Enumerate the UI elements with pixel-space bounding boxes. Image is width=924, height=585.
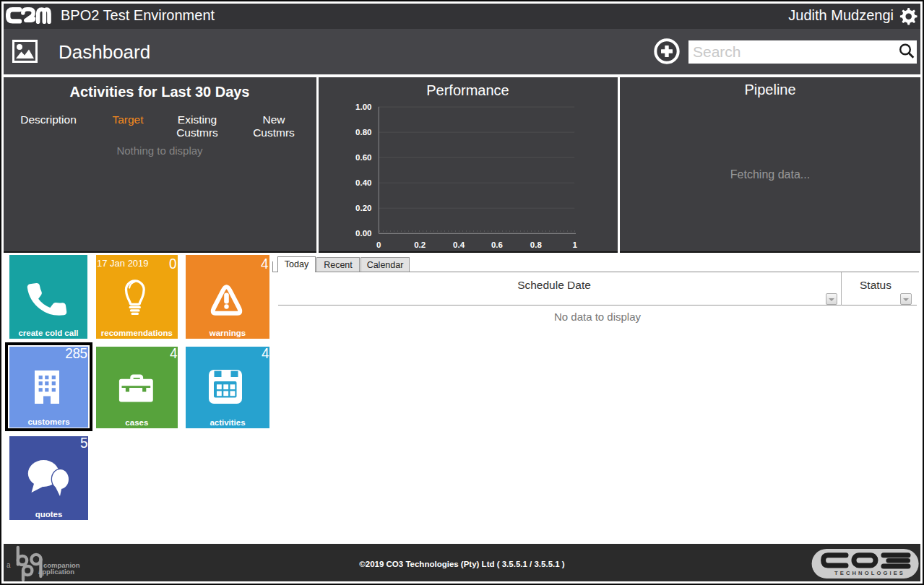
svg-text:0.8: 0.8 bbox=[530, 240, 542, 249]
svg-text:0.2: 0.2 bbox=[414, 240, 426, 249]
svg-text:0.00: 0.00 bbox=[355, 229, 371, 238]
svg-text:0.40: 0.40 bbox=[355, 178, 371, 187]
svg-text:0.6: 0.6 bbox=[491, 240, 502, 249]
svg-text:0: 0 bbox=[376, 240, 381, 249]
svg-text:0.4: 0.4 bbox=[453, 240, 465, 249]
svg-text:0.20: 0.20 bbox=[355, 204, 371, 212]
svg-text:Performance: Performance bbox=[426, 82, 509, 98]
svg-text:0.80: 0.80 bbox=[355, 128, 371, 136]
svg-text:1: 1 bbox=[572, 240, 577, 249]
svg-text:TECHNOLOGIES: TECHNOLOGIES bbox=[834, 570, 905, 576]
svg-text:1.00: 1.00 bbox=[355, 103, 371, 111]
svg-text:0.60: 0.60 bbox=[355, 153, 371, 162]
